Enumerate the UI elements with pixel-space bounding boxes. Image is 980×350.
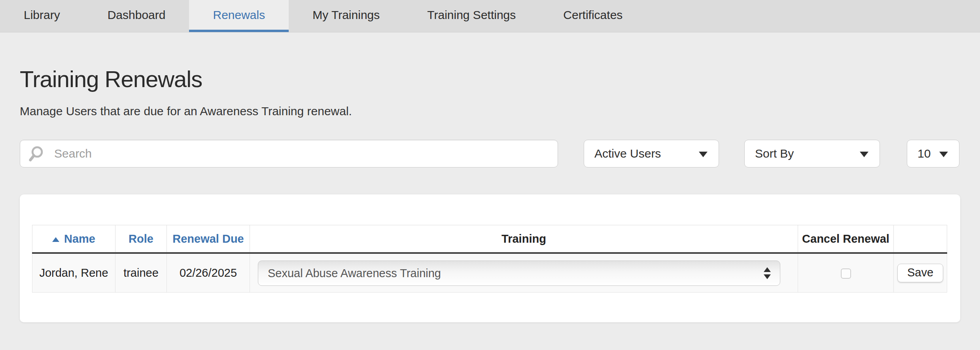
search-box — [20, 140, 558, 167]
tab-my-trainings[interactable]: My Trainings — [289, 0, 403, 32]
save-button[interactable]: Save — [897, 264, 943, 282]
main-content: Training Renewals Manage Users that are … — [0, 67, 980, 322]
cell-cancel-renewal — [798, 253, 894, 293]
renewals-card: Name Role Renewal Due Training Cancel Re… — [20, 194, 960, 322]
user-filter-value: Active Users — [594, 147, 661, 160]
tab-library[interactable]: Library — [0, 0, 84, 32]
column-header-actions — [894, 225, 947, 253]
cancel-renewal-checkbox[interactable] — [841, 268, 851, 279]
tab-renewals[interactable]: Renewals — [189, 0, 289, 32]
tab-certificates[interactable]: Certificates — [539, 0, 646, 32]
training-select-wrap: Sexual Abuse Awareness Training — [258, 261, 780, 286]
column-header-role[interactable]: Role — [115, 225, 167, 253]
chevron-down-icon — [699, 152, 708, 157]
search-input[interactable] — [20, 140, 558, 167]
cell-role: trainee — [115, 253, 167, 293]
tab-training-settings[interactable]: Training Settings — [403, 0, 539, 32]
renewals-table: Name Role Renewal Due Training Cancel Re… — [32, 225, 947, 293]
cell-renewal-due: 02/26/2025 — [167, 253, 250, 293]
top-navigation: Library Dashboard Renewals My Trainings … — [0, 0, 980, 32]
cell-actions: Save — [894, 253, 947, 293]
cell-name: Jordan, Rene — [32, 253, 115, 293]
sort-by-dropdown[interactable]: Sort By — [744, 140, 880, 167]
table-header-row: Name Role Renewal Due Training Cancel Re… — [32, 225, 947, 253]
filter-toolbar: Active Users Sort By 10 — [20, 140, 960, 167]
user-filter-dropdown[interactable]: Active Users — [584, 140, 719, 167]
column-header-training: Training — [250, 225, 798, 253]
training-select[interactable]: Sexual Abuse Awareness Training — [258, 261, 780, 286]
chevron-down-icon — [939, 152, 948, 157]
column-header-renewal-due[interactable]: Renewal Due — [167, 225, 250, 253]
tab-dashboard[interactable]: Dashboard — [84, 0, 189, 32]
table-row: Jordan, Rene trainee 02/26/2025 Sexual A… — [32, 253, 947, 293]
page-size-dropdown[interactable]: 10 — [907, 140, 959, 167]
column-header-name[interactable]: Name — [32, 225, 115, 253]
sort-ascending-icon — [52, 237, 59, 242]
sort-by-value: Sort By — [755, 147, 794, 160]
column-header-cancel-renewal: Cancel Renewal — [798, 225, 894, 253]
cell-training: Sexual Abuse Awareness Training — [250, 253, 798, 293]
page-size-value: 10 — [918, 147, 931, 160]
page-subtitle: Manage Users that are due for an Awarene… — [20, 104, 960, 119]
chevron-down-icon — [860, 152, 868, 157]
page-title: Training Renewals — [20, 67, 960, 92]
